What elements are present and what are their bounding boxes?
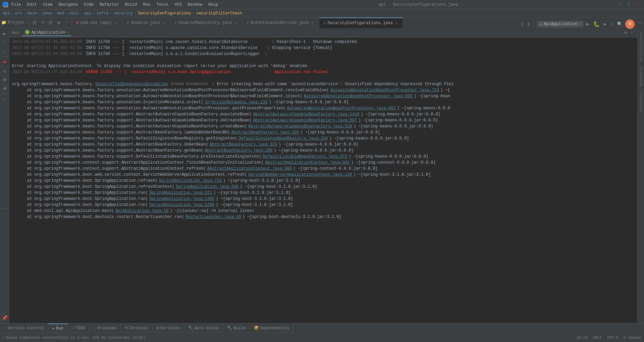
menu-edit[interactable]: Edit xyxy=(24,2,40,8)
exception-class-line: org.springframework.beans.factory.Unsati… xyxy=(12,81,635,87)
breadcrumb-infra[interactable]: infra xyxy=(96,11,108,16)
user-avatar[interactable]: U xyxy=(625,19,635,29)
menu-navigate[interactable]: Navigate xyxy=(56,2,80,8)
tab-dependencies[interactable]: 📦 Dependencies xyxy=(250,324,293,333)
menu-file[interactable]: File xyxy=(9,2,24,8)
profile-button[interactable]: ⚡ xyxy=(609,20,614,28)
stack-14: at org.springframework.boot.web.servlet.… xyxy=(12,172,635,178)
minimize-button[interactable]: – xyxy=(616,2,624,7)
run-coverage-button[interactable]: ▶ xyxy=(602,20,608,28)
breadcrumb-api[interactable]: api xyxy=(3,11,10,16)
left-sidebar: ▶ ↑ ↓ ■ ↻ ⚙ 🖨 ← 📌 xyxy=(0,28,9,323)
sidebar-reload-icon[interactable]: ↻ xyxy=(1,67,9,75)
tab-pom-xml[interactable]: m pom.xml (api) ✕ xyxy=(72,17,122,28)
tab-usuario[interactable]: J Usuario.java ✕ xyxy=(122,17,170,28)
close-tab-pom[interactable]: ✕ xyxy=(114,20,118,25)
breadcrumb-filter-chain[interactable]: securityFilterChain xyxy=(196,11,242,16)
console-output[interactable]: 2023-06-08T23:01:46.982-03:00 INFO 11760… xyxy=(9,38,637,323)
tab-terminal[interactable]: ⌘ Terminal xyxy=(121,324,153,333)
indent-indicator[interactable]: 4 spaces xyxy=(624,336,641,340)
tab-security-config[interactable]: J SecurityConfigurations.java ✕ xyxy=(319,17,404,28)
close-tab-usuario-repo[interactable]: ✕ xyxy=(234,20,238,25)
debug-button[interactable]: 🐛 xyxy=(592,20,601,28)
project-panel-tab[interactable]: 📁 Project ▾ xyxy=(0,17,30,28)
breadcrumb-security[interactable]: security xyxy=(114,11,133,16)
sidebar-back-icon[interactable]: ← xyxy=(1,95,9,103)
stack-13: at org.springframework.context.support.A… xyxy=(12,166,635,172)
run-config-selector[interactable]: ▶ ApiApplication ▾ xyxy=(537,21,584,27)
sidebar-print-icon[interactable]: 🖨 xyxy=(1,84,9,92)
encoding-indicator[interactable]: UTF-8 xyxy=(607,336,618,340)
breadcrumb-java[interactable]: java xyxy=(42,11,52,16)
log-line-1: 2023-06-08T23:01:46.982-03:00 INFO 11760… xyxy=(12,39,635,45)
run-settings-icon[interactable]: ⚙ xyxy=(623,30,628,36)
breadcrumb-voll[interactable]: voll xyxy=(69,11,79,16)
tab-version-control[interactable]: ↕ Version Control xyxy=(0,324,48,333)
tab-todo[interactable]: ✓ TODO xyxy=(68,324,90,333)
restore-button[interactable]: □ xyxy=(625,2,633,7)
tab-usuario-repo[interactable]: J UsuarioRepository.java ✕ xyxy=(170,17,243,28)
status-right: 19:26 CRLF UTF-8 4 spaces xyxy=(577,336,641,340)
toolbar-icon-settings[interactable]: ⚙ xyxy=(55,19,62,26)
menu-help[interactable]: Help xyxy=(206,2,221,8)
toolbar-icon-2[interactable]: ≡ xyxy=(39,19,46,26)
close-tab-security-config[interactable]: ✕ xyxy=(395,21,399,26)
stack-18: at org.springframework.boot.SpringApplic… xyxy=(12,196,635,202)
breadcrumb-security-config[interactable]: SecurityConfigurations xyxy=(138,11,191,16)
close-tab-autenticacao[interactable]: ✕ xyxy=(311,20,315,25)
close-tab-usuario[interactable]: ✕ xyxy=(162,20,166,25)
tab-problems[interactable]: ⚠ Problems xyxy=(90,324,121,333)
search-everywhere-icon[interactable]: 🔍 xyxy=(616,20,624,28)
sidebar-up-icon[interactable]: ↑ xyxy=(1,38,9,46)
menu-window[interactable]: Window xyxy=(185,2,205,8)
run-minimize-icon[interactable]: − xyxy=(630,30,635,36)
run-header-right: ⚙ − xyxy=(623,30,635,36)
menu-view[interactable]: View xyxy=(40,2,55,8)
close-button[interactable]: ✕ xyxy=(634,2,641,7)
exception-link[interactable]: UnsatisfiedDependencyException xyxy=(96,81,168,87)
sidebar-down-icon[interactable]: ↓ xyxy=(1,47,9,55)
breadcrumb-main[interactable]: main xyxy=(28,11,37,16)
notifications-label[interactable]: Notifications xyxy=(638,31,644,62)
menu-tools[interactable]: Tools xyxy=(154,2,171,8)
tab-run[interactable]: ▶ Run xyxy=(48,324,68,333)
toolbar-icon-3[interactable]: ☰ xyxy=(47,19,54,26)
tab-build[interactable]: 🔨 Build xyxy=(223,324,250,333)
menu-build[interactable]: Build xyxy=(122,2,140,8)
stack-6: at org.springframework.beans.factory.sup… xyxy=(12,123,635,129)
breadcrumb-api2[interactable]: api xyxy=(84,11,91,16)
build-status[interactable]: ✓ Build completed successfully in 2 sec,… xyxy=(3,335,146,340)
tab-services[interactable]: ⚙ Services xyxy=(153,324,184,333)
svg-rect-0 xyxy=(3,3,7,7)
menu-code[interactable]: Code xyxy=(81,2,96,8)
log-line-2: 2023-06-08T23:01:46.984-03:00 INFO 11760… xyxy=(12,45,635,51)
line-separator-indicator[interactable]: CRLF xyxy=(593,336,602,340)
sidebar-run-icon[interactable]: ▶ xyxy=(1,30,9,38)
tab-auto-build[interactable]: 🔨 Auto-build xyxy=(184,324,223,333)
toolbar-icon-1[interactable]: ☰ xyxy=(31,19,38,26)
breadcrumb-src[interactable]: src xyxy=(15,11,22,16)
run-tab-api[interactable]: 🟢 ApiApplication ✕ xyxy=(22,29,71,36)
more-tabs-icon[interactable]: ⋯ xyxy=(637,19,643,26)
stack-1: at org.springframework.beans.factory.ann… xyxy=(12,93,635,99)
menu-refactor[interactable]: Refactor xyxy=(97,2,122,8)
log-line-error: 2023-06-08T23:01:47.023-03:00 ERROR 1176… xyxy=(12,69,635,75)
back-icon[interactable]: ❮ xyxy=(519,20,525,28)
stack-11: at org.springframework.beans.factory.sup… xyxy=(12,154,635,160)
run-button[interactable]: ▶ xyxy=(585,20,591,28)
tab-autenticacao[interactable]: J AutenticacaoService.java ✕ xyxy=(243,17,319,28)
sidebar-pin-icon[interactable]: 📌 xyxy=(1,314,9,322)
line-col-indicator[interactable]: 19:26 xyxy=(577,336,588,340)
sidebar-stop-icon[interactable]: ■ xyxy=(1,58,9,66)
log-line-blank2 xyxy=(12,75,635,81)
stack-0: at org.springframework.beans.factory.ann… xyxy=(12,87,635,93)
breadcrumb-med[interactable]: med xyxy=(57,11,64,16)
structure-label[interactable]: Structure xyxy=(638,90,644,113)
bookmarks-label[interactable]: Bookmarks xyxy=(638,65,644,88)
sidebar-settings-icon[interactable]: ⚙ xyxy=(1,75,9,83)
menu-run[interactable]: Run xyxy=(140,2,153,8)
toolbar-icon-minus[interactable]: − xyxy=(63,19,70,26)
menu-vcs[interactable]: VCS xyxy=(172,2,184,8)
forward-icon[interactable]: ❯ xyxy=(526,20,531,28)
stack-21: at org.springframework.boot.devtools.res… xyxy=(12,214,635,220)
